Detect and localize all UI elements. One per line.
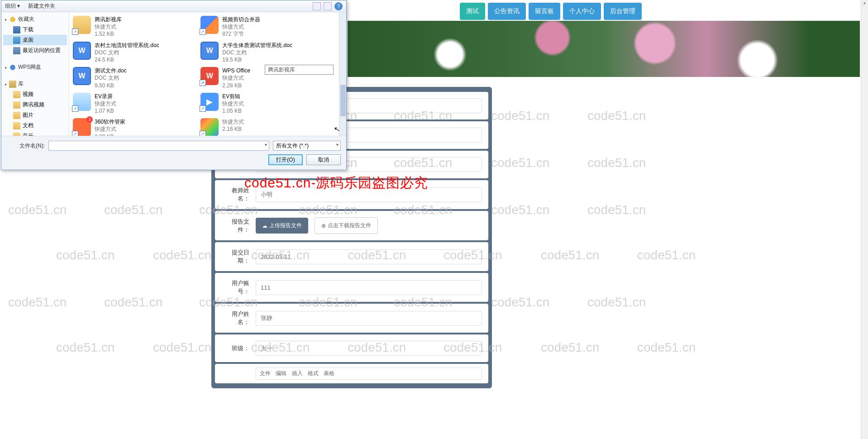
file-scrollbar[interactable]	[339, 12, 346, 136]
file-size: 1.05 KB	[222, 107, 244, 115]
sidebar-recent[interactable]: 最近访问的位置	[3, 45, 67, 56]
shortcut-arrow-icon: ↗	[72, 29, 78, 35]
nav-profile[interactable]: 个人中心	[563, 3, 601, 20]
download-folder-icon	[13, 26, 20, 33]
file-size: 2.16 KB	[222, 125, 244, 133]
file-icon	[200, 42, 219, 60]
file-type: 快捷方式	[95, 23, 122, 30]
file-item[interactable]: 大学生体质测试管理系统.docDOC 文档19.5 KB	[199, 40, 326, 66]
editor-file[interactable]: 文件	[260, 370, 271, 377]
new-folder-button[interactable]: 新建文件夹	[28, 2, 55, 10]
sidebar-downloads[interactable]: 下载	[3, 24, 67, 35]
file-size: 24.5 KB	[95, 56, 159, 63]
cloud-icon: ☁	[262, 223, 267, 229]
file-size: 872 字节	[222, 30, 260, 38]
scrollbar-thumb[interactable]	[340, 85, 346, 116]
file-type: 快捷方式	[95, 125, 125, 133]
dialog-sidebar: ▸收藏夹 下载 桌面 最近访问的位置 ▸WPS网盘 ▸库 视频 腾讯视频 图片 …	[1, 12, 69, 136]
file-item[interactable]: ↗EV录屏快捷方式1.07 KB	[71, 91, 199, 117]
folder-icon	[13, 133, 20, 136]
file-icon: ↗	[73, 93, 91, 111]
view-icon[interactable]	[313, 2, 321, 10]
nav-admin[interactable]: 后台管理	[604, 3, 642, 20]
download-button[interactable]: ⊕点击下载报告文件	[315, 217, 378, 234]
filetype-combo[interactable]: 所有文件 (*.*)	[273, 141, 341, 151]
class-label: 班级：	[221, 344, 249, 353]
form-row-account: 用户账号：	[215, 273, 488, 302]
sidebar-wps[interactable]: ▸WPS网盘	[3, 62, 67, 72]
file-name: 大学生体质测试管理系统.doc	[222, 42, 292, 49]
tooltip-hint: 腾讯影视库	[265, 65, 334, 75]
cancel-button[interactable]: 取消	[306, 154, 341, 165]
file-icon	[73, 67, 91, 85]
file-type: 快捷方式	[222, 118, 244, 125]
form-row-date: 提交日期：	[215, 242, 488, 271]
sidebar-music[interactable]: 音乐	[3, 131, 67, 136]
wps-icon	[9, 64, 16, 71]
open-button[interactable]: 打开(O)	[268, 154, 303, 165]
upload-button[interactable]: ☁上传报告文件	[256, 218, 308, 234]
preview-icon[interactable]	[324, 2, 332, 10]
page-scrollbar[interactable]: ▴	[861, 0, 868, 439]
sidebar-video[interactable]: 视频	[3, 89, 67, 100]
shortcut-arrow-icon: ↗	[200, 80, 206, 86]
account-input[interactable]	[256, 280, 482, 295]
nav-board[interactable]: 留言板	[529, 3, 560, 20]
form-row-class: 班级：	[215, 334, 488, 362]
form-row-report: 报告文件： ☁上传报告文件 ⊕点击下载报告文件	[215, 211, 488, 240]
file-icon: ↗	[200, 16, 219, 34]
shortcut-arrow-icon: ↗	[200, 131, 206, 136]
file-item[interactable]: 测试文件.docDOC 文档9.50 KB	[71, 65, 199, 91]
file-item[interactable]: ↗腾讯影视库快捷方式1.52 KB	[71, 14, 199, 40]
sidebar-txvideo[interactable]: 腾讯视频	[3, 100, 67, 110]
file-name: WPS Office	[222, 67, 250, 74]
shortcut-arrow-icon: ↗	[200, 105, 206, 112]
file-type: 快捷方式	[222, 23, 260, 30]
sidebar-pictures[interactable]: 图片	[3, 110, 67, 120]
nav-test[interactable]: 测试	[460, 3, 485, 20]
editor-format[interactable]: 格式	[308, 370, 319, 377]
file-type: DOC 文档	[95, 74, 127, 81]
sidebar-desktop[interactable]: 桌面	[3, 35, 67, 45]
file-type: 快捷方式	[222, 74, 250, 81]
file-name: 视频剪切合并器	[222, 16, 260, 23]
filename-label: 文件名(N):	[7, 142, 45, 150]
file-item[interactable]: ↗360软件管家快捷方式2.09 KB	[71, 116, 199, 136]
shortcut-arrow-icon: ↗	[72, 131, 78, 136]
organize-menu[interactable]: 组织 ▾	[5, 2, 20, 10]
filename-combo[interactable]	[48, 141, 269, 151]
file-item[interactable]: ↗视频剪切合并器快捷方式872 字节	[199, 14, 326, 40]
file-item[interactable]: 农村土地流转管理系统.docDOC 文档24.5 KB	[71, 40, 199, 66]
username-input[interactable]	[256, 311, 482, 326]
dialog-toolbar: 组织 ▾ 新建文件夹 ?	[1, 0, 346, 12]
file-icon: ↗	[200, 67, 219, 85]
top-nav: 测试 公告资讯 留言板 个人中心 后台管理	[460, 3, 642, 20]
sidebar-documents[interactable]: 文档	[3, 120, 67, 131]
class-input[interactable]	[256, 341, 482, 356]
shortcut-arrow-icon: ↗	[72, 105, 78, 112]
dialog-footer: 文件名(N): 所有文件 (*.*) 打开(O) 取消	[1, 136, 346, 170]
report-label: 报告文件：	[221, 218, 249, 234]
editor-edit[interactable]: 编辑	[276, 370, 286, 377]
file-list: ↗腾讯影视库快捷方式1.52 KB↗视频剪切合并器快捷方式872 字节农村土地流…	[69, 12, 339, 136]
sidebar-library[interactable]: ▸库	[3, 79, 67, 89]
download-icon: ⊕	[321, 223, 326, 229]
account-label: 用户账号：	[221, 279, 249, 296]
date-input[interactable]	[256, 249, 482, 264]
editor-insert[interactable]: 插入	[292, 370, 303, 377]
file-item[interactable]: ↗快捷方式2.16 KB	[199, 116, 326, 136]
help-icon[interactable]: ?	[334, 2, 343, 10]
file-item[interactable]: ↗EV剪辑快捷方式1.05 KB	[199, 91, 326, 117]
file-type: DOC 文档	[95, 49, 159, 56]
file-type: DOC 文档	[222, 49, 292, 56]
date-label: 提交日期：	[221, 248, 249, 265]
file-icon	[73, 42, 91, 60]
file-name: 农村土地流转管理系统.doc	[95, 42, 159, 49]
folder-icon	[13, 122, 20, 129]
editor-table[interactable]: 表格	[324, 370, 334, 377]
file-icon: ↗	[200, 118, 219, 136]
file-name: EV剪辑	[222, 93, 244, 100]
nav-news[interactable]: 公告资讯	[488, 3, 526, 20]
username-label: 用户姓名：	[221, 310, 249, 326]
sidebar-favorites[interactable]: ▸收藏夹	[3, 14, 67, 24]
